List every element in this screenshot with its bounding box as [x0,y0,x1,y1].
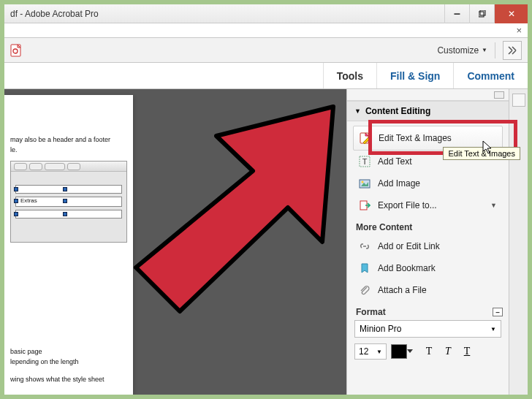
item-label: Add Text [378,156,411,167]
doc-text-line: basic page [10,348,127,355]
document-viewport[interactable]: may also be a header and a footer le. Ex… [4,89,346,395]
maximize-button[interactable] [469,4,494,23]
doc-text-line: lepending on the length [10,358,127,365]
right-icon-bar [509,89,528,395]
tab-bar: Tools Fill & Sign Comment [4,63,528,89]
bookmark-icon [359,262,370,274]
text-style-button-1[interactable]: T [422,344,436,359]
font-size-value: 12 [359,346,368,357]
add-bookmark-button[interactable]: Add Bookmark [353,257,503,279]
format-label: Format [356,307,386,317]
text-icon: T [359,156,370,167]
pdf-icon[interactable] [10,44,23,57]
tooltip: Edit Text & Images [443,147,520,160]
image-icon [359,178,370,189]
export-file-button[interactable]: Export File to... ▼ [353,194,503,216]
customize-label: Customize [437,45,479,56]
svg-point-9 [362,181,364,183]
chevron-right-icon: ▼ [490,202,497,209]
document-close-row: × [4,23,528,38]
tab-tools[interactable]: Tools [323,63,376,88]
item-label: Add Bookmark [378,263,436,273]
font-color-swatch[interactable] [391,344,407,359]
tools-side-panel: ▼ Content Editing Edit Text & Images T A… [346,89,509,395]
document-close-button[interactable]: × [516,25,522,36]
panel-options-button[interactable] [494,91,504,99]
svg-rect-0 [479,12,484,17]
item-label: Attach a File [378,285,427,295]
item-label: Edit Text & Images [379,133,452,143]
item-label: Add Image [378,178,420,189]
export-icon [359,200,370,211]
tab-fill-sign[interactable]: Fill & Sign [376,63,453,88]
doc-text-line: le. [10,146,127,153]
more-content-label: More Content [356,222,503,232]
customize-menu[interactable]: Customize ▼ [437,45,487,56]
collapse-panel-button[interactable] [503,41,522,60]
close-button[interactable]: ✕ [494,4,528,23]
add-image-button[interactable]: Add Image [353,172,503,194]
item-label: Export File to... [378,200,437,210]
minimize-button[interactable]: – [444,4,469,23]
document-page: may also be a header and a footer le. Ex… [4,95,133,395]
text-style-button-2[interactable]: T [441,344,455,359]
section-title: Content Editing [365,106,430,116]
font-name-value: Minion Pro [360,324,401,334]
item-label: Add or Edit Link [378,241,440,251]
doc-text-line: may also be a header and a footer [10,136,127,143]
triangle-down-icon: ▼ [354,107,361,115]
format-collapse-button[interactable]: – [493,308,503,316]
toolbar: Customize ▼ [4,38,528,63]
font-family-select[interactable]: Minion Pro ▼ [354,320,501,338]
doc-text-line: wing shows what the style sheet [10,376,127,383]
svg-text:T: T [362,157,368,166]
edit-page-icon [360,132,371,144]
link-icon [359,240,370,252]
titlebar: df - Adobe Acrobat Pro – ✕ [4,4,528,23]
iconbar-button[interactable] [512,94,525,107]
chevron-down-icon: ▼ [376,349,382,355]
tab-comment[interactable]: Comment [453,63,528,88]
paperclip-icon [359,284,370,296]
font-size-select[interactable]: 12 ▼ [354,343,387,360]
attach-file-button[interactable]: Attach a File [353,279,503,301]
svg-rect-1 [480,10,485,15]
add-edit-link-button[interactable]: Add or Edit Link [353,235,503,257]
content-editing-section-header[interactable]: ▼ Content Editing [347,101,509,121]
chevron-down-icon: ▼ [482,47,487,53]
chevron-down-icon: ▼ [490,326,496,332]
window-title: df - Adobe Acrobat Pro [10,9,444,19]
text-style-button-3[interactable]: T [460,344,474,359]
doc-embedded-window: Extras [10,161,127,243]
